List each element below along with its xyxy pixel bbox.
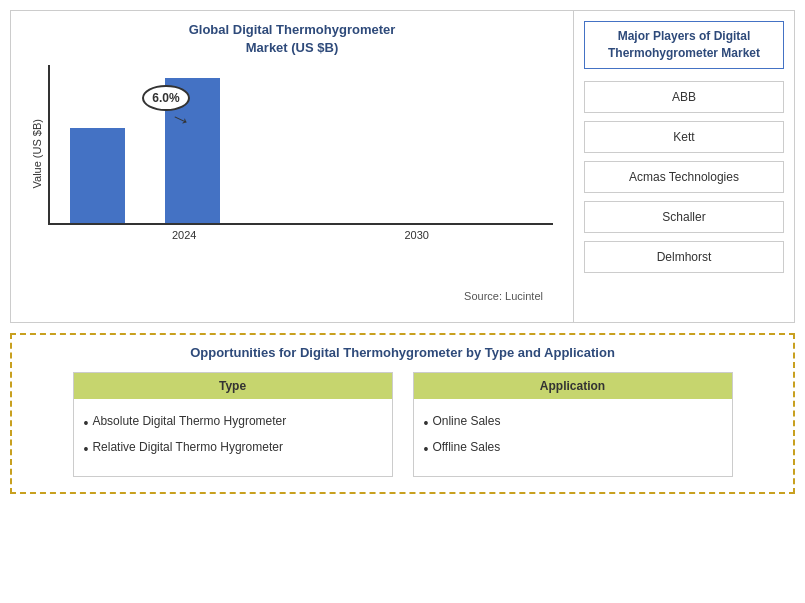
player-abb: ABB [584, 81, 784, 113]
type-items: • Absolute Digital Thermo Hygrometer • R… [74, 407, 392, 465]
bullet-4: • [424, 437, 429, 462]
player-kett: Kett [584, 121, 784, 153]
player-acmas: Acmas Technologies [584, 161, 784, 193]
bars-row: 6.0% → [48, 65, 553, 225]
top-section: Global Digital Thermohygrometer Market (… [10, 10, 795, 323]
cagr-annotation: 6.0% → [140, 85, 192, 132]
type-header: Type [74, 373, 392, 399]
bullet-1: • [84, 411, 89, 436]
application-header: Application [414, 373, 732, 399]
application-items: • Online Sales • Offline Sales [414, 407, 732, 465]
chart-area: Global Digital Thermohygrometer Market (… [11, 11, 574, 322]
y-axis-label: Value (US $B) [31, 119, 43, 189]
chart-container: Value (US $B) 6.0% → [31, 65, 553, 285]
opportunities-grid: Type • Absolute Digital Thermo Hygromete… [27, 372, 778, 476]
type-column: Type • Absolute Digital Thermo Hygromete… [73, 372, 393, 476]
bar-2024-wrapper [70, 65, 125, 223]
bullet-2: • [84, 437, 89, 462]
opportunities-title: Opportunities for Digital Thermohygromet… [27, 345, 778, 360]
type-item-1: • Absolute Digital Thermo Hygrometer [84, 411, 382, 436]
x-labels: 2024 2030 [48, 225, 553, 241]
players-title: Major Players of Digital Thermohygromete… [584, 21, 784, 69]
type-item-2: • Relative Digital Thermo Hygrometer [84, 437, 382, 462]
chart-title: Global Digital Thermohygrometer Market (… [31, 21, 553, 57]
application-item-2: • Offline Sales [424, 437, 722, 462]
player-schaller: Schaller [584, 201, 784, 233]
x-label-2024: 2024 [172, 229, 196, 241]
bullet-3: • [424, 411, 429, 436]
bar-2024 [70, 128, 125, 223]
application-column: Application • Online Sales • Offline Sal… [413, 372, 733, 476]
player-delmhorst: Delmhorst [584, 241, 784, 273]
bottom-section: Opportunities for Digital Thermohygromet… [10, 333, 795, 493]
application-item-1: • Online Sales [424, 411, 722, 436]
x-label-2030: 2030 [405, 229, 429, 241]
players-panel: Major Players of Digital Thermohygromete… [574, 11, 794, 322]
source-label: Source: Lucintel [31, 290, 553, 302]
